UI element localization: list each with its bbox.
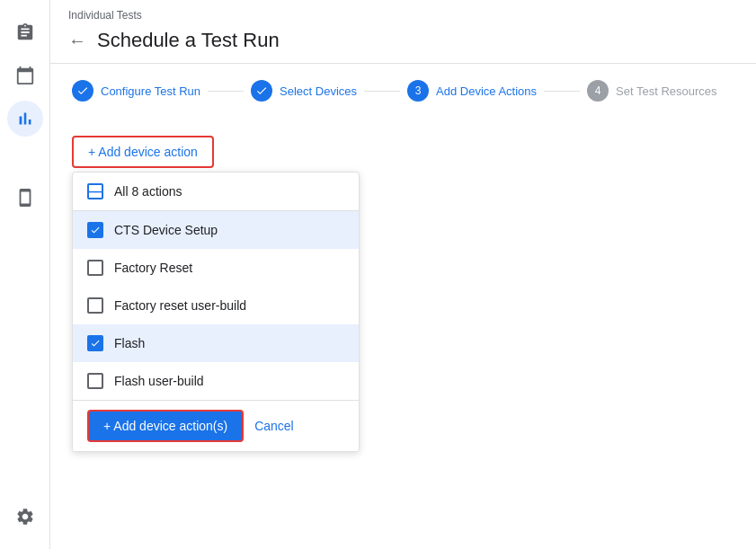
sidebar <box>0 0 50 549</box>
step-circle-add-device-actions: 3 <box>407 80 429 102</box>
dropdown-item-flash-user-build-label: Flash user-build <box>114 374 204 388</box>
breadcrumb: Individual Tests <box>50 0 756 25</box>
step-divider-2 <box>364 91 400 92</box>
page-title: Schedule a Test Run <box>97 29 280 52</box>
dropdown-item-cts-label: CTS Device Setup <box>114 223 218 237</box>
step-label-configure: Configure Test Run <box>101 84 200 98</box>
dropdown-item-all[interactable]: — All 8 actions <box>73 173 359 211</box>
add-device-action-button[interactable]: + Add device action <box>72 136 214 168</box>
step-divider-3 <box>544 91 580 92</box>
cancel-button[interactable]: Cancel <box>254 419 294 433</box>
sidebar-icon-settings[interactable] <box>7 499 43 535</box>
back-button[interactable]: ← <box>68 31 86 51</box>
dropdown-item-flash-label: Flash <box>114 336 145 350</box>
add-device-actions-button[interactable]: + Add device action(s) <box>87 410 244 442</box>
checkbox-flash <box>87 335 103 351</box>
dropdown-item-flash[interactable]: Flash <box>73 324 359 362</box>
step-set-test-resources: 4 Set Test Resources <box>587 80 716 102</box>
dropdown-item-factory-reset[interactable]: Factory Reset <box>73 249 359 287</box>
dropdown-footer: + Add device action(s) Cancel <box>73 400 359 451</box>
dropdown-item-flash-user-build[interactable]: Flash user-build <box>73 362 359 400</box>
step-circle-set-test-resources: 4 <box>587 80 609 102</box>
checkbox-flash-user-build <box>87 373 103 389</box>
step-label-add-device-actions: Add Device Actions <box>436 84 537 98</box>
dropdown-item-all-label: All 8 actions <box>114 184 182 199</box>
step-select-devices: Select Devices <box>251 80 357 102</box>
step-label-select-devices: Select Devices <box>280 84 357 98</box>
sidebar-icon-calendar[interactable] <box>7 58 43 93</box>
dropdown-list: — All 8 actions CTS Device Setup Factory… <box>73 173 359 400</box>
step-circle-select-devices <box>251 80 272 102</box>
stepper: Configure Test Run Select Devices 3 Add … <box>50 64 756 118</box>
sidebar-icon-phone[interactable] <box>7 180 43 216</box>
sidebar-icon-clipboard[interactable] <box>7 14 43 50</box>
checkbox-factory-reset <box>87 260 103 276</box>
device-action-dropdown: — All 8 actions CTS Device Setup Factory… <box>72 172 360 452</box>
checkbox-all: — <box>87 183 103 199</box>
step-label-set-test-resources: Set Test Resources <box>616 84 716 98</box>
dropdown-item-factory-reset-user-build-label: Factory reset user-build <box>114 298 246 313</box>
content-area: + Add device action — All 8 actions CTS … <box>50 118 756 549</box>
sidebar-icon-chart[interactable] <box>7 101 43 137</box>
main-content: Individual Tests ← Schedule a Test Run C… <box>50 0 756 549</box>
dropdown-item-cts[interactable]: CTS Device Setup <box>73 211 359 249</box>
step-configure: Configure Test Run <box>72 80 200 102</box>
checkbox-factory-reset-user-build <box>87 297 103 314</box>
step-divider-1 <box>208 91 244 92</box>
dropdown-item-factory-reset-label: Factory Reset <box>114 261 192 275</box>
page-header: ← Schedule a Test Run <box>50 25 756 64</box>
step-circle-configure <box>72 80 93 102</box>
step-add-device-actions: 3 Add Device Actions <box>407 80 537 102</box>
dropdown-item-factory-reset-user-build[interactable]: Factory reset user-build <box>73 287 359 324</box>
checkbox-cts <box>87 222 103 238</box>
